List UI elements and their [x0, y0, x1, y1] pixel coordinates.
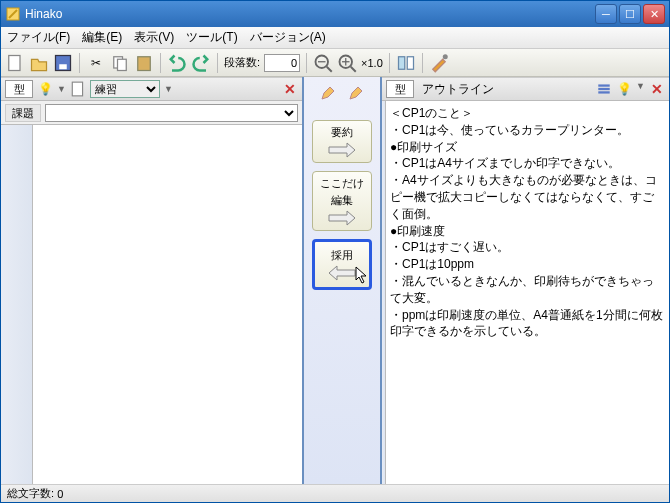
- svg-rect-14: [398, 56, 404, 69]
- arrow-left-icon: [327, 265, 357, 281]
- zoom-out-icon[interactable]: [313, 53, 333, 73]
- left-textarea[interactable]: [33, 125, 302, 484]
- pencil-icon[interactable]: [320, 85, 336, 104]
- dropdown-icon[interactable]: ▼: [636, 81, 645, 97]
- separator: [217, 53, 218, 73]
- char-count-label: 総文字数:: [7, 486, 54, 501]
- char-count-value: 0: [57, 488, 63, 500]
- page-icon[interactable]: [70, 81, 86, 97]
- separator: [160, 53, 161, 73]
- paste-icon[interactable]: [134, 53, 154, 73]
- list-icon[interactable]: [596, 81, 612, 97]
- window-title: Hinako: [25, 7, 595, 21]
- outline-line: ・CP1はすごく遅い。: [390, 239, 665, 256]
- paragraph-count-input[interactable]: [264, 54, 300, 72]
- zoom-in-icon[interactable]: [337, 53, 357, 73]
- bulb-icon[interactable]: 💡: [616, 81, 632, 97]
- menu-view[interactable]: 表示(V): [134, 29, 174, 46]
- cut-icon[interactable]: ✂: [86, 53, 106, 73]
- mode-select[interactable]: 練習: [90, 80, 160, 98]
- outline-line: ・CP1は今、使っているカラープリンター。: [390, 122, 665, 139]
- svg-rect-6: [138, 56, 151, 70]
- adopt-button[interactable]: 採用: [312, 239, 372, 290]
- svg-rect-5: [118, 59, 127, 70]
- settings-icon[interactable]: [429, 53, 449, 73]
- redo-icon[interactable]: [191, 53, 211, 73]
- maximize-button[interactable]: ☐: [619, 4, 641, 24]
- menu-file[interactable]: ファイル(F): [7, 29, 70, 46]
- new-icon[interactable]: [5, 53, 25, 73]
- menu-tool[interactable]: ツール(T): [186, 29, 237, 46]
- svg-point-16: [443, 54, 448, 59]
- middle-pane: 要約 ここだけ 編集 採用: [304, 77, 382, 484]
- adopt-label: 採用: [331, 248, 353, 263]
- summary-label: 要約: [331, 125, 353, 140]
- outline-line: ＜CP1のこと＞: [390, 105, 665, 122]
- menu-edit[interactable]: 編集(E): [82, 29, 122, 46]
- svg-rect-1: [9, 55, 20, 70]
- left-pane: 型 💡 ▼ 練習 ▼ ✕ 課題: [1, 77, 304, 484]
- minimize-button[interactable]: ─: [595, 4, 617, 24]
- row-select[interactable]: [45, 104, 298, 122]
- left-subheader: 課題: [1, 101, 302, 125]
- close-button[interactable]: ✕: [643, 4, 665, 24]
- layout-icon[interactable]: [396, 53, 416, 73]
- right-content: ＜CP1のこと＞・CP1は今、使っているカラープリンター。●印刷サイズ・CP1は…: [382, 101, 669, 484]
- row-label: 課題: [5, 104, 41, 122]
- outline-textarea[interactable]: ＜CP1のこと＞・CP1は今、使っているカラープリンター。●印刷サイズ・CP1は…: [386, 101, 669, 484]
- app-icon: [5, 6, 21, 22]
- svg-line-8: [327, 66, 332, 71]
- left-type-label[interactable]: 型: [5, 80, 33, 98]
- menu-version[interactable]: バージョン(A): [250, 29, 326, 46]
- outline-line: ●印刷サイズ: [390, 139, 665, 156]
- left-gutter: [1, 125, 33, 484]
- open-icon[interactable]: [29, 53, 49, 73]
- outline-line: ・混んでいるときなんか、印刷待ちができちゃって大変。: [390, 273, 665, 307]
- outline-title: アウトライン: [418, 81, 592, 98]
- outline-line: ・CP1はA4サイズまでしか印字できない。: [390, 155, 665, 172]
- separator: [79, 53, 80, 73]
- dropdown-icon[interactable]: ▼: [57, 84, 66, 94]
- menubar: ファイル(F) 編集(E) 表示(V) ツール(T) バージョン(A): [1, 27, 669, 49]
- undo-icon[interactable]: [167, 53, 187, 73]
- edit-here-button[interactable]: ここだけ 編集: [312, 171, 372, 231]
- svg-line-11: [351, 66, 356, 71]
- zoom-value: ×1.0: [361, 57, 383, 69]
- separator: [306, 53, 307, 73]
- left-content: [1, 125, 302, 484]
- separator: [389, 53, 390, 73]
- arrow-right-icon: [327, 142, 357, 158]
- statusbar: 総文字数: 0: [1, 484, 669, 502]
- close-pane-icon[interactable]: ✕: [282, 81, 298, 97]
- right-type-label[interactable]: 型: [386, 80, 414, 98]
- arrow-right-icon: [327, 210, 357, 226]
- separator: [422, 53, 423, 73]
- bulb-icon[interactable]: 💡: [37, 81, 53, 97]
- close-pane-icon[interactable]: ✕: [649, 81, 665, 97]
- pencil-icon[interactable]: [348, 85, 364, 104]
- titlebar: Hinako ─ ☐ ✕: [1, 1, 669, 27]
- outline-line: ・A4サイズよりも大きなものが必要なときは、コピー機で拡大コピーしなくてはならな…: [390, 172, 665, 222]
- outline-line: ・ppmは印刷速度の単位、A4普通紙を1分間に何枚印字できるかを示している。: [390, 307, 665, 341]
- edit-here-label-1: ここだけ: [320, 176, 364, 191]
- save-icon[interactable]: [53, 53, 73, 73]
- outline-line: ●印刷速度: [390, 223, 665, 240]
- right-pane: 型 アウトライン 💡 ▼ ✕ ＜CP1のこと＞・CP1は今、使っているカラープリ…: [382, 77, 669, 484]
- left-pane-header: 型 💡 ▼ 練習 ▼ ✕: [1, 77, 302, 101]
- svg-rect-15: [407, 56, 413, 69]
- copy-icon[interactable]: [110, 53, 130, 73]
- right-pane-header: 型 アウトライン 💡 ▼ ✕: [382, 77, 669, 101]
- svg-rect-17: [72, 82, 82, 96]
- edit-here-label-2: 編集: [331, 193, 353, 208]
- dropdown-icon[interactable]: ▼: [164, 84, 173, 94]
- main-area: 型 💡 ▼ 練習 ▼ ✕ 課題: [1, 77, 669, 484]
- svg-rect-3: [59, 64, 67, 69]
- toolbar: ✂ 段落数: ×1.0: [1, 49, 669, 77]
- paragraph-count-label: 段落数:: [224, 55, 260, 70]
- summary-button[interactable]: 要約: [312, 120, 372, 163]
- outline-line: ・CP1は10ppm: [390, 256, 665, 273]
- cursor-icon: [355, 266, 369, 284]
